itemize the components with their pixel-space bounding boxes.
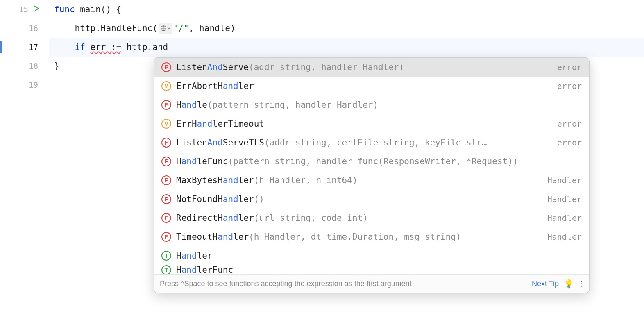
completion-kind-icon: V [161, 119, 171, 129]
line-number[interactable]: 16 [0, 19, 49, 38]
run-icon[interactable] [32, 5, 40, 14]
gutter: 1516171819 [0, 0, 49, 336]
error-underline: err := [91, 42, 122, 52]
completion-label: ListenAndServe(addr string, handler Hand… [176, 62, 548, 72]
completion-label: Handle(pattern string, handler Handler) [176, 100, 582, 110]
chevron-down-icon [167, 26, 171, 30]
code-text: http.and [121, 42, 168, 52]
more-icon[interactable] [579, 279, 583, 288]
code-text: main() { [75, 5, 122, 14]
completion-label: MaxBytesHandler(h Handler, n int64) [176, 175, 538, 185]
completion-return-type: Handler [547, 213, 582, 223]
indent [54, 42, 75, 52]
completion-kind-icon: I [161, 251, 171, 261]
completion-kind-icon: F [161, 175, 171, 185]
next-tip-link[interactable]: Next Tip [532, 279, 559, 288]
completion-item[interactable]: FNotFoundHandler()Handler [154, 190, 589, 209]
indent [54, 23, 75, 33]
completion-label: HandlerFunc [176, 265, 582, 274]
globe-icon[interactable] [159, 23, 172, 34]
completion-item[interactable]: FListenAndServeTLS(addr string, certFile… [154, 133, 589, 152]
completion-label: NotFoundHandler() [176, 194, 538, 204]
completion-return-type: Handler [547, 194, 582, 204]
code-text: , handle) [189, 23, 236, 33]
completion-item[interactable]: FHandleFunc(pattern string, handler func… [154, 152, 589, 171]
line-number[interactable]: 19 [0, 75, 49, 94]
completion-return-type: Handler [547, 232, 582, 242]
completion-item[interactable]: FTimeoutHandler(h Handler, dt time.Durat… [154, 227, 589, 246]
keyword: func [54, 5, 75, 14]
completion-label: Handler [176, 251, 582, 261]
line-number[interactable]: 18 [0, 57, 49, 75]
keyword: if [75, 42, 85, 52]
completion-return-type: error [557, 138, 582, 148]
footer-tip-text: Press ^Space to see functions accepting … [160, 279, 527, 288]
completion-item[interactable]: FHandle(pattern string, handler Handler) [154, 95, 589, 114]
completion-label: ErrHandlerTimeout [176, 119, 548, 129]
completion-list[interactable]: FListenAndServe(addr string, handler Han… [154, 58, 589, 274]
completion-return-type: Handler [547, 175, 582, 185]
completion-popup[interactable]: FListenAndServe(addr string, handler Han… [154, 57, 590, 293]
completion-item[interactable]: FMaxBytesHandler(h Handler, n int64)Hand… [154, 171, 589, 190]
completion-kind-icon: F [161, 232, 171, 242]
line-number[interactable]: 15 [0, 0, 49, 19]
lightbulb-icon[interactable]: 💡 [564, 279, 574, 289]
code-text: } [54, 61, 59, 71]
code-text: http.HandleFunc( [75, 23, 158, 33]
line-number[interactable]: 17 [0, 38, 49, 57]
completion-return-type: error [557, 81, 582, 91]
completion-item[interactable]: VErrHandlerTimeouterror [154, 114, 589, 133]
completion-label: RedirectHandler(url string, code int) [176, 213, 538, 223]
code-line-17[interactable]: if err := http.and [49, 38, 644, 57]
completion-kind-icon: V [161, 81, 171, 91]
completion-return-type: error [557, 119, 582, 129]
code-line-16[interactable]: http.HandleFunc("/", handle) [54, 19, 644, 38]
completion-return-type: error [557, 62, 582, 72]
completion-kind-icon: F [161, 62, 171, 72]
completion-label: TimeoutHandler(h Handler, dt time.Durati… [176, 232, 538, 242]
completion-label: ErrAbortHandler [176, 81, 548, 91]
completion-item[interactable]: IHandler [154, 246, 589, 265]
completion-label: HandleFunc(pattern string, handler func(… [176, 157, 582, 166]
string-literal: "/" [173, 23, 189, 33]
completion-kind-icon: F [161, 213, 171, 223]
completion-footer: Press ^Space to see functions accepting … [154, 274, 589, 293]
completion-kind-icon: T [161, 265, 171, 274]
completion-item[interactable]: THandlerFunc [154, 265, 589, 274]
completion-kind-icon: F [161, 138, 171, 148]
completion-item[interactable]: FRedirectHandler(url string, code int)Ha… [154, 209, 589, 227]
completion-kind-icon: F [161, 100, 171, 110]
completion-item[interactable]: FListenAndServe(addr string, handler Han… [154, 58, 589, 77]
completion-item[interactable]: VErrAbortHandlererror [154, 77, 589, 95]
completion-kind-icon: F [161, 157, 171, 166]
completion-kind-icon: F [161, 194, 171, 204]
code-text [85, 42, 91, 52]
code-line-15[interactable]: func main() { [54, 0, 644, 19]
completion-label: ListenAndServeTLS(addr string, certFile … [176, 138, 548, 148]
